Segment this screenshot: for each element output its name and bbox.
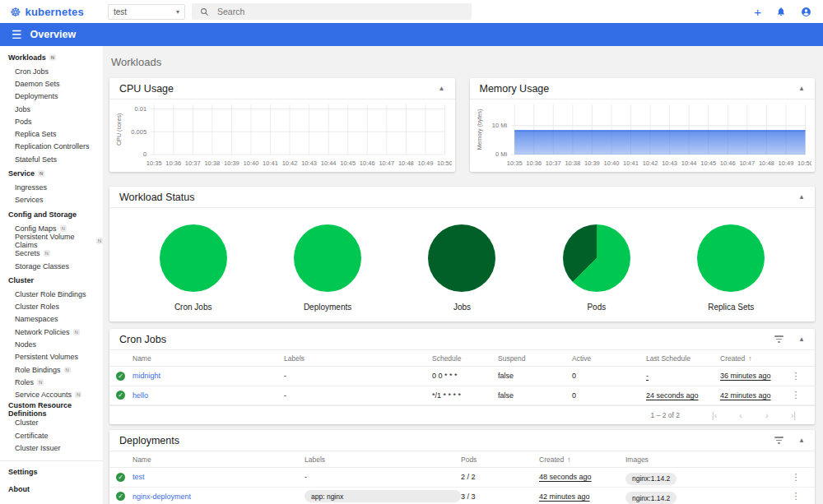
sidebar-item-replication-controllers[interactable]: Replication Controllers: [0, 141, 103, 153]
col-header-images[interactable]: Images: [625, 455, 783, 464]
cell-created: 36 minutes ago: [720, 372, 783, 380]
sidebar-section-service[interactable]: ServiceN: [0, 165, 103, 181]
collapse-caret-icon[interactable]: ▲: [439, 85, 445, 92]
deployment-name-link[interactable]: test: [133, 473, 305, 481]
sidebar-item-settings[interactable]: Settings: [0, 463, 103, 480]
search-input[interactable]: Search: [192, 3, 472, 20]
row-actions-kebab-icon[interactable]: ⋮: [783, 390, 808, 400]
sidebar-item-role-bindings[interactable]: Role BindingsN: [0, 363, 103, 376]
svg-text:10:39: 10:39: [224, 160, 239, 168]
last-page-icon[interactable]: ›|: [780, 411, 807, 420]
sidebar-item-daemon-sets[interactable]: Daemon Sets: [0, 77, 103, 90]
search-placeholder: Search: [217, 7, 244, 16]
row-actions-kebab-icon[interactable]: ⋮: [783, 491, 808, 502]
sidebar-item-ingresses[interactable]: Ingresses: [0, 181, 103, 193]
user-account-icon[interactable]: [801, 7, 811, 17]
col-header-name[interactable]: Name: [133, 354, 284, 363]
chevron-down-icon: ▾: [176, 8, 179, 16]
cpu-usage-chart: 00.0050.0110:3510:3610:3710:3810:3910:40…: [109, 99, 455, 172]
sidebar-item-nodes[interactable]: Nodes: [0, 338, 103, 350]
table-header-row: NameLabelsScheduleSuspendActiveLast Sche…: [109, 350, 815, 367]
sidebar-section-custom-resource-definitions[interactable]: Custom Resource Definitions: [0, 401, 103, 417]
sidebar-item-cluster-role-bindings[interactable]: Cluster Role Bindings: [0, 288, 103, 300]
sidebar-item-deployments[interactable]: Deployments: [0, 90, 103, 103]
status-ok-icon: ✓: [116, 473, 125, 482]
sidebar-section-config-and-storage[interactable]: Config and Storage: [0, 206, 103, 222]
collapse-caret-icon[interactable]: ▲: [798, 437, 805, 444]
svg-text:10:36: 10:36: [165, 160, 181, 168]
row-actions-kebab-icon[interactable]: ⋮: [783, 371, 808, 381]
sidebar-item-namespaces[interactable]: Namespaces: [0, 313, 103, 326]
cronjob-name-link[interactable]: hello: [133, 391, 284, 400]
col-header-active[interactable]: Active: [572, 354, 646, 363]
namespaced-badge: N: [44, 250, 50, 257]
sidebar-item-stateful-sets[interactable]: Stateful Sets: [0, 153, 103, 165]
svg-text:10:46: 10:46: [719, 160, 735, 168]
svg-text:10:43: 10:43: [301, 160, 317, 168]
memory-usage-title: Memory Usage: [480, 83, 550, 95]
svg-text:10:49: 10:49: [418, 160, 434, 168]
col-header-schedule[interactable]: Schedule: [432, 354, 498, 363]
sidebar-item-service-accounts[interactable]: Service AccountsN: [0, 389, 103, 401]
deployments-card: Deployments ▲ NameLabelsPodsCreated↑Imag…: [109, 430, 815, 504]
sidebar-section-cluster[interactable]: Cluster: [0, 272, 103, 288]
collapse-caret-icon[interactable]: ▲: [798, 85, 805, 92]
cpu-usage-card: CPU Usage ▲ 00.0050.0110:3510:3610:3710:…: [109, 78, 455, 172]
namespaced-badge: N: [96, 238, 103, 244]
workload-pie-jobs: Jobs: [412, 224, 511, 312]
sidebar-item-cluster-issuer[interactable]: Cluster Issuer: [0, 442, 103, 454]
row-actions-kebab-icon[interactable]: ⋮: [783, 472, 808, 483]
cell-suspend: false: [498, 372, 572, 380]
image-chip: nginx:1.14.2: [625, 492, 677, 504]
sidebar-item-storage-classes[interactable]: Storage Classes: [0, 260, 103, 272]
first-page-icon[interactable]: |‹: [701, 411, 728, 420]
page-title: Workloads: [111, 56, 815, 68]
memory-usage-chart: 0 Mi10 Mi10:3510:3610:3710:3810:3910:401…: [470, 99, 816, 172]
col-header-labels[interactable]: Labels: [305, 455, 461, 464]
sidebar-item-replica-sets[interactable]: Replica Sets: [0, 127, 103, 140]
col-header-last-schedule[interactable]: Last Schedule: [646, 354, 720, 363]
kubernetes-logo[interactable]: ☸ kubernetes: [0, 6, 103, 18]
sidebar-item-persistent-volume-claims[interactable]: Persistent Volume ClaimsN: [0, 234, 103, 247]
svg-text:10:47: 10:47: [739, 160, 755, 168]
collapse-caret-icon[interactable]: ▲: [798, 335, 805, 343]
cell-labels: -: [305, 473, 461, 481]
cron-jobs-card: Cron Jobs ▲ NameLabelsScheduleSuspendAct…: [109, 329, 815, 424]
sidebar-item-roles[interactable]: RolesN: [0, 376, 103, 388]
sidebar-item-pods[interactable]: Pods: [0, 115, 103, 127]
namespace-select[interactable]: test ▾: [108, 4, 185, 20]
svg-text:10:35: 10:35: [146, 160, 162, 168]
next-page-icon[interactable]: ›: [754, 411, 780, 420]
sidebar-item-cluster-roles[interactable]: Cluster Roles: [0, 300, 103, 312]
filter-list-icon[interactable]: [774, 335, 783, 343]
sort-ascending-icon: ↑: [567, 455, 570, 464]
svg-text:10:39: 10:39: [584, 160, 599, 168]
col-header-created[interactable]: Created↑: [720, 354, 783, 363]
deployments-table: NameLabelsPodsCreated↑Images✓test-2 / 24…: [109, 451, 815, 504]
col-header-name[interactable]: Name: [133, 455, 305, 464]
notifications-bell-icon[interactable]: [776, 7, 786, 16]
menu-hamburger-icon[interactable]: ☰: [0, 28, 30, 41]
col-header-created[interactable]: Created↑: [539, 455, 625, 464]
sidebar-section-workloads[interactable]: WorkloadsN: [0, 49, 103, 65]
pie-chart: [294, 224, 361, 292]
sidebar-item-cron-jobs[interactable]: Cron Jobs: [0, 65, 103, 77]
cronjob-name-link[interactable]: midnight: [133, 372, 284, 380]
sidebar-item-services[interactable]: Services: [0, 194, 103, 206]
sidebar-item-persistent-volumes[interactable]: Persistent Volumes: [0, 351, 103, 363]
collapse-caret-icon[interactable]: ▲: [798, 193, 805, 201]
add-resource-icon[interactable]: +: [754, 5, 761, 19]
col-header-suspend[interactable]: Suspend: [498, 354, 572, 363]
filter-list-icon[interactable]: [774, 437, 783, 444]
prev-page-icon[interactable]: ‹: [728, 411, 754, 420]
deployment-name-link[interactable]: nginx-deployment: [133, 492, 305, 501]
workload-status-card: Workload Status ▲ Cron JobsDeploymentsJo…: [109, 187, 815, 321]
sidebar-item-cluster[interactable]: Cluster: [0, 417, 103, 429]
svg-text:10:42: 10:42: [282, 160, 298, 168]
sidebar-item-about[interactable]: About: [0, 480, 103, 497]
col-header-labels[interactable]: Labels: [284, 354, 432, 363]
sidebar-item-jobs[interactable]: Jobs: [0, 103, 103, 115]
col-header-pods[interactable]: Pods: [461, 455, 539, 464]
sidebar-item-network-policies[interactable]: Network PoliciesN: [0, 326, 103, 338]
sidebar-item-certificate[interactable]: Certificate: [0, 429, 103, 442]
